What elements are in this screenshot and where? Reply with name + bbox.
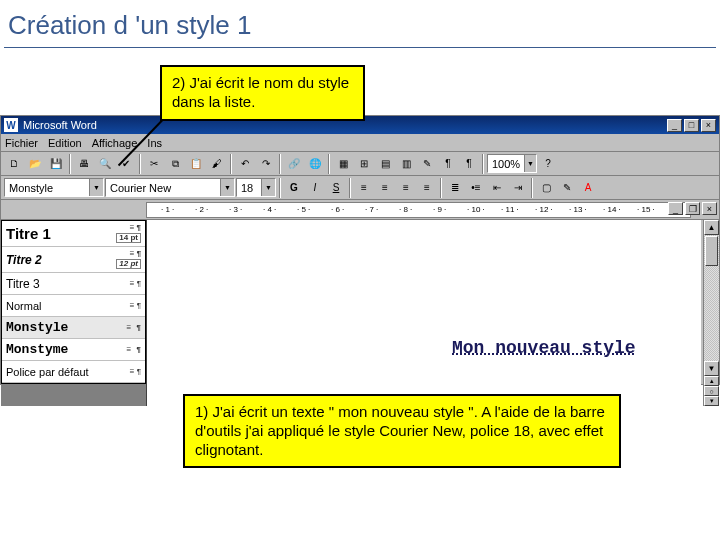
doc-close-button[interactable]: ×	[702, 202, 717, 215]
chevron-down-icon[interactable]: ▼	[261, 179, 275, 196]
ruler-tick: · 5 ·	[297, 205, 310, 214]
separator	[440, 178, 442, 198]
drawing-button[interactable]: ✎	[417, 154, 437, 174]
style-dropdown-list[interactable]: Titre 1≡ ¶14 ptTitre 2≡ ¶12 ptTitre 3≡ ¶…	[1, 220, 146, 384]
save-button[interactable]: 💾	[46, 154, 66, 174]
font-color-button[interactable]: A	[578, 178, 598, 198]
align-right-button[interactable]: ≡	[396, 178, 416, 198]
chevron-down-icon[interactable]: ▼	[89, 179, 103, 196]
align-center-button[interactable]: ≡	[375, 178, 395, 198]
separator	[531, 178, 533, 198]
title-underline	[4, 47, 716, 48]
menu-insert[interactable]: Ins	[147, 137, 162, 149]
document-area: Titre 1≡ ¶14 ptTitre 2≡ ¶12 ptTitre 3≡ ¶…	[1, 220, 719, 406]
font-value: Courier New	[106, 182, 220, 194]
horizontal-ruler[interactable]: · 1 ·· 2 ·· 3 ·· 4 ·· 5 ·· 6 ·· 7 ·· 8 ·…	[146, 202, 691, 218]
vertical-scrollbar[interactable]: ▲ ▼ ▴ ○ ▾	[703, 220, 719, 406]
separator	[482, 154, 484, 174]
menu-file[interactable]: Fichier	[5, 137, 38, 149]
style-option-label: Titre 3	[6, 277, 40, 291]
minimize-button[interactable]: _	[667, 119, 682, 132]
print-button[interactable]: 🖶	[74, 154, 94, 174]
style-option[interactable]: Normal≡ ¶	[2, 295, 145, 317]
zoom-combo[interactable]: 100% ▼	[487, 154, 537, 173]
outdent-button[interactable]: ⇤	[487, 178, 507, 198]
separator	[349, 178, 351, 198]
hyperlink-button[interactable]: 🔗	[284, 154, 304, 174]
prev-page-button[interactable]: ▴	[704, 376, 719, 386]
tables-button[interactable]: ▦	[333, 154, 353, 174]
show-hide-button[interactable]: ¶	[459, 154, 479, 174]
style-combo[interactable]: Monstyle ▼	[4, 178, 104, 197]
ruler-tick: · 3 ·	[229, 205, 242, 214]
size-value: 18	[237, 182, 261, 194]
browse-object-button[interactable]: ○	[704, 386, 719, 396]
style-indicator: ≡ ¶14 pt	[116, 224, 141, 243]
open-button[interactable]: 📂	[25, 154, 45, 174]
chevron-down-icon[interactable]: ▼	[220, 179, 234, 196]
style-indicator: ≡ ¶	[127, 324, 141, 332]
ruler-tick: · 10 ·	[467, 205, 485, 214]
doc-map-button[interactable]: ¶	[438, 154, 458, 174]
ruler-row: · 1 ·· 2 ·· 3 ·· 4 ·· 5 ·· 6 ·· 7 ·· 8 ·…	[1, 200, 719, 220]
size-combo[interactable]: 18 ▼	[236, 178, 276, 197]
columns-button[interactable]: ▥	[396, 154, 416, 174]
preview-button[interactable]: 🔍	[95, 154, 115, 174]
style-option[interactable]: Police par défaut≡ ¶	[2, 361, 145, 383]
close-button[interactable]: ×	[701, 119, 716, 132]
underline-button[interactable]: S	[326, 178, 346, 198]
numbering-button[interactable]: ≣	[445, 178, 465, 198]
separator	[230, 154, 232, 174]
menu-view[interactable]: Affichage	[92, 137, 138, 149]
indent-button[interactable]: ⇥	[508, 178, 528, 198]
maximize-button[interactable]: □	[684, 119, 699, 132]
style-option[interactable]: Titre 2≡ ¶12 pt	[2, 247, 145, 273]
font-combo[interactable]: Courier New ▼	[105, 178, 235, 197]
copy-button[interactable]: ⧉	[165, 154, 185, 174]
style-option-label: Police par défaut	[6, 366, 89, 378]
style-option[interactable]: Titre 3≡ ¶	[2, 273, 145, 295]
menu-edit[interactable]: Edition	[48, 137, 82, 149]
formatting-toolbar: Monstyle ▼ Courier New ▼ 18 ▼ G I S ≡ ≡ …	[1, 176, 719, 200]
scroll-up-button[interactable]: ▲	[704, 220, 719, 235]
style-option-label: Titre 1	[6, 225, 51, 242]
ruler-tick: · 1 ·	[161, 205, 174, 214]
bold-button[interactable]: G	[284, 178, 304, 198]
italic-button[interactable]: I	[305, 178, 325, 198]
highlight-button[interactable]: ✎	[557, 178, 577, 198]
window-controls: _ □ ×	[667, 119, 716, 132]
style-option[interactable]: Monstyme≡ ¶	[2, 339, 145, 361]
paste-button[interactable]: 📋	[186, 154, 206, 174]
chevron-down-icon[interactable]: ▼	[524, 155, 536, 172]
scroll-down-button[interactable]: ▼	[704, 361, 719, 376]
scroll-thumb[interactable]	[705, 236, 718, 266]
justify-button[interactable]: ≡	[417, 178, 437, 198]
next-page-button[interactable]: ▾	[704, 396, 719, 406]
web-toolbar-button[interactable]: 🌐	[305, 154, 325, 174]
style-indicator: ≡ ¶	[130, 368, 141, 376]
format-painter-button[interactable]: 🖌	[207, 154, 227, 174]
style-option[interactable]: Titre 1≡ ¶14 pt	[2, 221, 145, 247]
doc-window-controls: _ ❐ ×	[668, 202, 717, 215]
browse-controls: ▴ ○ ▾	[704, 376, 719, 406]
new-doc-button[interactable]: 🗋	[4, 154, 24, 174]
document-text: Mon nouveau style	[452, 338, 636, 358]
redo-button[interactable]: ↷	[256, 154, 276, 174]
ruler-tick: · 8 ·	[399, 205, 412, 214]
insert-table-button[interactable]: ⊞	[354, 154, 374, 174]
style-option[interactable]: Monstyle≡ ¶	[2, 317, 145, 339]
ruler-tick: · 2 ·	[195, 205, 208, 214]
bullets-button[interactable]: •≡	[466, 178, 486, 198]
help-button[interactable]: ?	[538, 154, 558, 174]
undo-button[interactable]: ↶	[235, 154, 255, 174]
borders-button[interactable]: ▢	[536, 178, 556, 198]
doc-restore-button[interactable]: ❐	[685, 202, 700, 215]
align-left-button[interactable]: ≡	[354, 178, 374, 198]
excel-button[interactable]: ▤	[375, 154, 395, 174]
ruler-tick: · 7 ·	[365, 205, 378, 214]
document-page[interactable]: Mon nouveau style	[146, 220, 701, 406]
ruler-tick: · 13 ·	[569, 205, 587, 214]
separator	[279, 154, 281, 174]
doc-minimize-button[interactable]: _	[668, 202, 683, 215]
cut-button[interactable]: ✂	[144, 154, 164, 174]
